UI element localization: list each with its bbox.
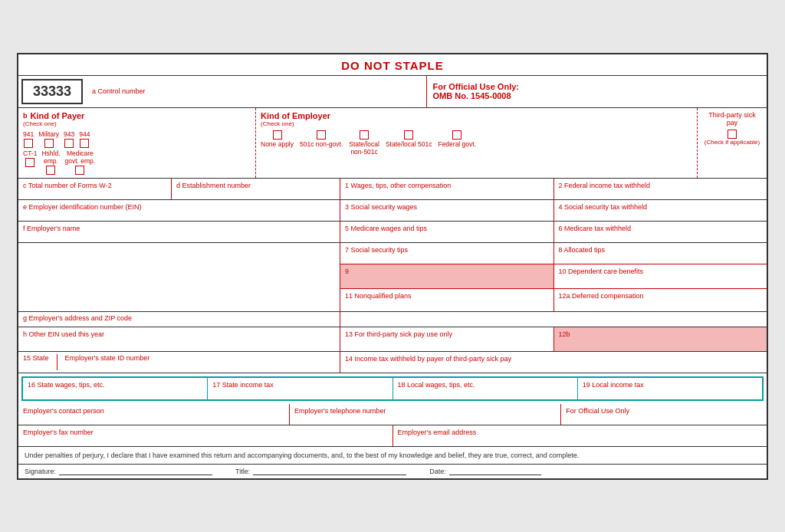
row-penalty: Under penalties of perjury, I declare th…: [18, 447, 767, 465]
payer-medicare-govt: Medicaregovt. emp.: [65, 149, 96, 175]
row-h-13-12b: h Other EIN used this year 13 For third-…: [18, 327, 767, 352]
employer-none-apply: None apply: [261, 130, 294, 148]
email-label: Employer's email address: [398, 429, 477, 436]
payer-ct1: CT-1: [23, 149, 37, 167]
checkbox-third-party[interactable]: [728, 130, 737, 139]
field-3-label: 3 Social security wages: [345, 203, 417, 211]
do-not-staple-header: DO NOT STAPLE: [18, 54, 767, 75]
field-19-label: 19 Local income tax: [583, 381, 644, 389]
title-label: Title:: [235, 468, 250, 475]
official-only-label: For Official Use Only: [566, 407, 629, 415]
field-12b-label: 12b: [559, 330, 570, 338]
kind-of-employer-cell: Kind of Employer (Check one) None apply …: [256, 108, 698, 178]
field-10-label: 10 Dependent care benefits: [559, 268, 644, 275]
employer-state-local-non501c: State/localnon-501c: [349, 130, 379, 156]
cell-2: 2 Federal income tax withheld: [554, 179, 767, 199]
field-8-label: 8 Allocated tips: [559, 246, 606, 254]
field-5-label: 5 Medicare wages and tips: [345, 225, 427, 232]
phone-label: Employer's telephone number: [294, 407, 386, 415]
form-number: 33333: [21, 79, 83, 104]
control-number-label: a Control number: [92, 87, 420, 95]
field-6-label: 6 Medicare tax withheld: [559, 225, 632, 232]
field-11-label: 11 Nonqualified plans: [345, 292, 412, 300]
field-2-label: 2 Federal income tax withheld: [559, 182, 651, 189]
checkbox-military[interactable]: [44, 139, 54, 148]
checkbox-none-apply[interactable]: [273, 130, 282, 140]
checkbox-hshld[interactable]: [46, 166, 55, 175]
row-15-14: 15 State Employer's state ID number 14 I…: [18, 352, 767, 373]
field-14-label: 14 Income tax withheld by payer of third…: [345, 355, 511, 363]
payer-check-one: (Check one): [23, 120, 251, 127]
field-1-label: 1 Wages, tips, other compensation: [345, 182, 451, 189]
row-g-label: g Employer's address and ZIP code: [18, 312, 767, 327]
form-container: DO NOT STAPLE 33333 a Control number For…: [17, 53, 768, 480]
third-party-cell: Third-party sick pay (Check if applicabl…: [698, 108, 767, 178]
checkbox-941[interactable]: [24, 139, 33, 148]
checkbox-medicare-govt[interactable]: [75, 166, 84, 175]
row-16-19: 16 State wages, tips, etc. 17 State inco…: [21, 376, 764, 401]
cell-e: e Employer identification number (EIN): [18, 200, 340, 221]
checkbox-state-local-non501c[interactable]: [360, 130, 369, 140]
row-g-addr: 7 Social security tips 8 Allocated tips …: [18, 243, 767, 312]
sig-date: Date:: [429, 468, 541, 475]
cell-contact-person: Employer's contact person: [18, 404, 290, 425]
row-cd-12: c Total number of Forms W-2 d Establishm…: [18, 179, 767, 200]
divider-15: [57, 354, 57, 370]
row-7-8: 7 Social security tips 8 Allocated tips: [340, 243, 767, 264]
field-12a-label: 12a Deferred compensation: [559, 292, 644, 300]
checkbox-501c-nongov[interactable]: [317, 130, 326, 140]
payer-b-label: b: [23, 112, 28, 120]
payer-943: 943: [64, 130, 74, 148]
payer-941: 941: [23, 130, 34, 148]
field-g-label: g Employer's address and ZIP code: [23, 314, 132, 322]
row-signature: Signature: Title: Date:: [18, 465, 767, 478]
row-9-10: 9 10 Dependent care benefits: [340, 264, 767, 289]
row-f-5-6: f Employer's name 5 Medicare wages and t…: [18, 222, 767, 243]
cell-h: h Other EIN used this year: [18, 327, 340, 351]
payer-military: Military: [38, 130, 59, 148]
checkbox-943[interactable]: [64, 139, 74, 148]
cell-placeholder-g: [340, 312, 767, 327]
title-field[interactable]: [253, 468, 406, 475]
signature-field[interactable]: [59, 468, 212, 475]
employer-state-local-501c: State/local 501c: [386, 130, 432, 148]
third-party-title: Third-party sick pay: [702, 111, 762, 126]
checkbox-ct1[interactable]: [25, 158, 34, 167]
row-contact: Employer's contact person Employer's tel…: [18, 404, 767, 425]
employer-501c-nongov: 501c non-govt.: [300, 130, 343, 148]
cell-3: 3 Social security wages: [340, 200, 554, 221]
field-d-label: d Establishment number: [176, 182, 251, 189]
cell-d: d Establishment number: [172, 179, 340, 199]
cell-f: f Employer's name: [18, 222, 340, 242]
form-body: 33333 a Control number For Official Use …: [18, 75, 767, 478]
cell-email: Employer's email address: [393, 425, 767, 446]
cell-12a: 12a Deferred compensation: [554, 289, 767, 311]
cell-11: 11 Nonqualified plans: [340, 289, 554, 311]
field-16-label: 16 State wages, tips, etc.: [28, 381, 105, 389]
field-e-label: e Employer identification number (EIN): [23, 203, 142, 211]
row-11-12a: 11 Nonqualified plans 12a Deferred compe…: [340, 289, 767, 311]
employer-check-one: (Check one): [261, 120, 692, 127]
date-field[interactable]: [449, 468, 541, 475]
payer-hshld: Hshld.emp.: [41, 149, 60, 175]
cell-10: 10 Dependent care benefits: [554, 264, 767, 288]
cell-c: c Total number of Forms W-2: [18, 179, 172, 199]
sig-signature: Signature:: [25, 468, 212, 475]
checkbox-federal-govt[interactable]: [452, 130, 461, 140]
field-18-label: 18 Local wages, tips, etc.: [398, 381, 475, 389]
kind-of-payer-cell: b Kind of Payer (Check one) 941 Military…: [18, 108, 256, 178]
cell-14: 14 Income tax withheld by payer of third…: [340, 352, 767, 373]
checkbox-944[interactable]: [80, 139, 89, 148]
row-payer-employer: b Kind of Payer (Check one) 941 Military…: [18, 108, 767, 179]
field-15b-label: Employer's state ID number: [65, 354, 150, 362]
cell-17: 17 State income tax: [208, 378, 392, 399]
cell-g-left: [18, 243, 340, 311]
right-numbered-section: 7 Social security tips 8 Allocated tips …: [340, 243, 767, 311]
penalty-text: Under penalties of perjury, I declare th…: [25, 452, 579, 459]
cell-official-only: For Official Use Only: [561, 404, 767, 425]
cell-16: 16 State wages, tips, etc.: [23, 378, 208, 399]
sig-title: Title:: [235, 468, 406, 475]
checkbox-state-local-501c[interactable]: [404, 130, 413, 140]
cell-fax: Employer's fax number: [18, 425, 393, 446]
signature-label: Signature:: [25, 468, 56, 475]
